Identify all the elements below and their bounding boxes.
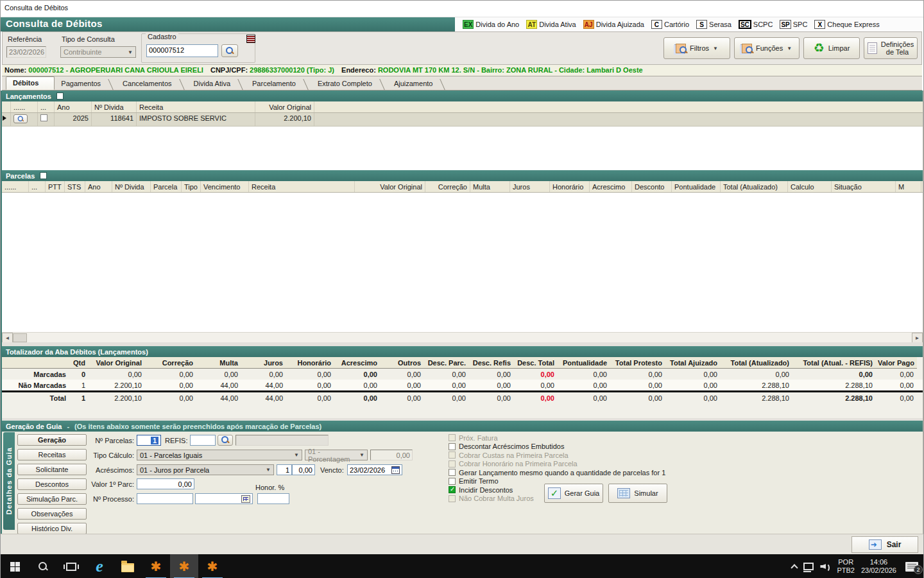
erp-app-button-2[interactable]: ✱ bbox=[170, 554, 198, 578]
scrollbar-thumb[interactable] bbox=[13, 333, 27, 342]
referencia-field[interactable]: 23/02/2026 bbox=[6, 46, 46, 58]
acrescimos-select[interactable]: 01 - Juros por Parcela ▼ bbox=[137, 464, 274, 475]
option-cobrar-custas-na-primeira-parcela[interactable]: Cobrar Custas na Primeira Parcela bbox=[449, 451, 665, 459]
tab-debitos[interactable]: Débitos bbox=[6, 76, 55, 90]
action-center-icon[interactable]: 2 bbox=[905, 562, 918, 572]
parc-col-correcao[interactable]: Correção bbox=[425, 181, 470, 192]
parc-col-n-divida[interactable]: Nº Divida bbox=[112, 181, 151, 192]
parc-col-sts[interactable]: STS bbox=[65, 181, 85, 192]
row-search-button[interactable] bbox=[13, 114, 28, 123]
record-list-icon[interactable] bbox=[246, 35, 255, 43]
lancamentos-select-all-checkbox[interactable] bbox=[56, 92, 64, 100]
cadastro-input[interactable]: 000007512 bbox=[146, 44, 218, 57]
horizontal-scrollbar[interactable]: ◄ ► bbox=[2, 332, 923, 342]
parc-col-valor-original[interactable]: Valor Original bbox=[355, 181, 425, 192]
file-explorer-button[interactable] bbox=[114, 554, 142, 578]
internet-explorer-button[interactable]: e bbox=[85, 554, 114, 578]
processo-input-1[interactable] bbox=[137, 493, 193, 504]
filtros-button[interactable]: Filtros ▼ bbox=[663, 37, 730, 59]
network-icon[interactable] bbox=[803, 563, 814, 570]
checkbox-icon[interactable] bbox=[449, 443, 456, 450]
gerar-guia-button[interactable]: Gerar Guia bbox=[544, 484, 603, 503]
parc-col-juros[interactable]: Juros bbox=[510, 181, 550, 192]
language-indicator[interactable]: POR PTB2 bbox=[837, 558, 855, 575]
lanc-col-valor-original[interactable]: Valor Original bbox=[255, 101, 314, 112]
simular-button[interactable]: Simular bbox=[608, 484, 667, 503]
parc-col-parcela[interactable]: Parcela bbox=[151, 181, 182, 192]
taskbar-search-button[interactable] bbox=[29, 554, 57, 578]
tray-expand-icon[interactable] bbox=[791, 564, 798, 571]
processo-input-2[interactable] bbox=[195, 493, 253, 504]
parc-col-desconto[interactable]: Desconto bbox=[632, 181, 672, 192]
vencto-date-input[interactable]: 23/02/2026 bbox=[347, 464, 402, 475]
guia-side-button-solicitante[interactable]: Solicitante bbox=[17, 464, 87, 475]
guia-side-button-geracao[interactable]: Geração bbox=[17, 434, 87, 446]
tab-parcelamento[interactable]: Parcelamento bbox=[246, 78, 311, 90]
clock[interactable]: 14:06 23/02/2026 bbox=[861, 558, 896, 575]
parc-col-receita[interactable]: Receita bbox=[249, 181, 355, 192]
parc-col-ptt[interactable]: PTT bbox=[46, 181, 65, 192]
scroll-left-button[interactable]: ◄ bbox=[2, 333, 13, 343]
tab-ajuizamento[interactable]: Ajuizamento bbox=[388, 78, 449, 90]
sair-button[interactable]: Sair bbox=[851, 536, 918, 553]
acrescimos-qty-input[interactable]: 1 bbox=[277, 464, 292, 475]
option-descontar-acrescimos-embutidos[interactable]: Descontar Acréscimos Embutidos bbox=[449, 443, 665, 450]
parc-col-[interactable]: ...... bbox=[2, 181, 29, 192]
parc-col-[interactable]: ... bbox=[29, 181, 46, 192]
refis-search-button[interactable] bbox=[218, 435, 233, 446]
tab-pagamentos[interactable]: Pagamentos bbox=[55, 78, 116, 90]
parc-col-pontualidade[interactable]: Pontualidade bbox=[672, 181, 721, 192]
lanc-col-[interactable]: ... bbox=[38, 101, 55, 112]
parc-col-calculo[interactable]: Calculo bbox=[788, 181, 832, 192]
parc-col-tipo[interactable]: Tipo bbox=[182, 181, 201, 192]
task-view-button[interactable] bbox=[57, 554, 85, 578]
tab-extrato-completo[interactable]: Extrato Completo bbox=[311, 78, 388, 90]
parc-col-ano[interactable]: Ano bbox=[85, 181, 112, 192]
erp-app-button-1[interactable]: ✱ bbox=[142, 554, 170, 578]
definicoes-tela-button[interactable]: Definições de Tela bbox=[864, 37, 918, 59]
parc-col-honorario[interactable]: Honorário bbox=[550, 181, 590, 192]
scroll-right-button[interactable]: ► bbox=[912, 333, 923, 343]
num-parcelas-input[interactable]: 1 bbox=[137, 435, 161, 446]
guia-side-button-historico-div[interactable]: Histórico Div. bbox=[17, 523, 87, 534]
honor-input[interactable] bbox=[257, 493, 289, 504]
guia-side-button-receitas[interactable]: Receitas bbox=[17, 449, 87, 460]
parc-col-total-atualizado[interactable]: Total (Atualizado) bbox=[721, 181, 788, 192]
funcoes-button[interactable]: Funções ▼ bbox=[734, 37, 800, 59]
calculator-icon[interactable] bbox=[241, 495, 250, 503]
lanc-col-[interactable]: ...... bbox=[11, 101, 38, 112]
refis-input[interactable] bbox=[190, 435, 216, 446]
acrescimos-amount-input[interactable]: 0,00 bbox=[292, 464, 315, 475]
lanc-col-ano[interactable]: Ano bbox=[55, 101, 92, 112]
limpar-button[interactable]: ♻ Limpar bbox=[803, 37, 860, 59]
valor-parc-input[interactable]: 0,00 bbox=[137, 478, 194, 489]
lanc-col-n-divida[interactable]: Nº Divida bbox=[92, 101, 137, 112]
calendar-icon[interactable] bbox=[391, 466, 400, 474]
checkbox-icon[interactable] bbox=[449, 478, 456, 485]
checkbox-icon[interactable] bbox=[449, 486, 456, 493]
guia-side-button-simulacao-parc[interactable]: Simulação Parc. bbox=[17, 493, 87, 505]
lancamentos-row[interactable]: 2025 118641 IMPOSTO SOBRE SERVIC 2.200,1… bbox=[2, 113, 923, 127]
tab-cancelamentos[interactable]: Cancelamentos bbox=[116, 78, 187, 90]
cadastro-search-button[interactable] bbox=[221, 44, 238, 57]
option-prox-fatura[interactable]: Próx. Fatura bbox=[449, 434, 665, 441]
erp-app-button-3[interactable]: ✱ bbox=[198, 554, 227, 578]
lanc-col-receita[interactable]: Receita bbox=[137, 101, 255, 112]
option-cobrar-honorario-na-primeira-parcela[interactable]: Cobrar Honorário na Primeira Parcela bbox=[449, 460, 665, 468]
parc-col-multa[interactable]: Multa bbox=[470, 181, 510, 192]
option-gerar-lancamento-mesmo-quando-a-quantidade-de-parcelas-for-1[interactable]: Gerar Lançamento mesmo quando a quantida… bbox=[449, 469, 665, 476]
parcelas-select-all-checkbox[interactable] bbox=[40, 172, 47, 179]
tipo-calculo-select[interactable]: 01 - Parcelas Iguais ▼ bbox=[137, 450, 302, 460]
speaker-icon[interactable] bbox=[820, 562, 830, 571]
guia-side-button-descontos[interactable]: Descontos bbox=[17, 478, 87, 490]
parc-col-acrescimo[interactable]: Acrescimo bbox=[590, 181, 632, 192]
start-button[interactable] bbox=[1, 554, 29, 578]
tipo-consulta-select[interactable]: Contribuinte ▼ bbox=[60, 46, 136, 58]
parc-col-vencimento[interactable]: Vencimento bbox=[201, 181, 249, 192]
parc-col-situacao[interactable]: Situação bbox=[832, 181, 896, 192]
row-checkbox[interactable] bbox=[40, 114, 47, 121]
detalhes-guia-vertical-tab[interactable]: Detalhes da Guia bbox=[3, 432, 15, 530]
guia-side-button-observacoes[interactable]: Observações bbox=[17, 508, 87, 520]
parc-col-m[interactable]: M bbox=[896, 181, 921, 192]
checkbox-icon[interactable] bbox=[449, 469, 456, 476]
